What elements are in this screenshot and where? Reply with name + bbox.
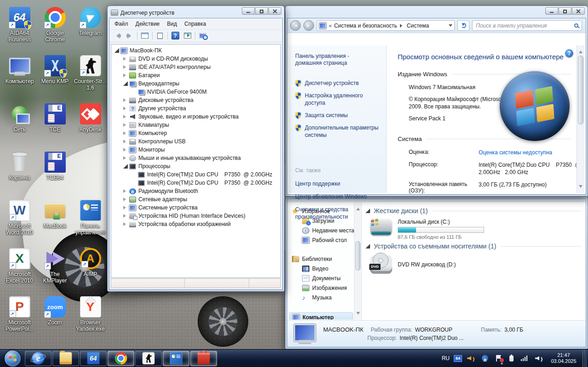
tree-item-sound-devices[interactable]: Звуковые, видео и игровые устройства [111,113,280,121]
tree-item-imaging[interactable]: Устройства обработки изображений [111,220,280,228]
tree-expander[interactable] [122,206,128,209]
clock[interactable]: 21:47 03.04.2025 [549,352,578,364]
start-button[interactable] [5,350,21,367]
address-dropdown-icon[interactable] [449,24,452,28]
scroll-up-icon[interactable] [579,49,582,53]
show-action-pane-button[interactable] [183,31,193,40]
action-center-icon[interactable] [496,355,502,361]
scrollbar-thumb[interactable] [355,241,360,271]
taskbar-button-device-manager[interactable] [190,351,217,366]
tree-expander[interactable] [122,140,128,143]
tree-item-computer[interactable]: Компьютер [111,129,280,137]
close-button[interactable] [572,7,585,15]
tree-expander[interactable] [122,131,128,135]
desktop-icon-aimp[interactable]: AIMP [73,246,108,294]
scroll-down-icon[interactable] [356,312,360,316]
aida64-tray-icon[interactable]: 64 [454,355,462,362]
sidebar-task-remote-access[interactable]: Настройка удаленного доступа [295,92,382,107]
tree-expander[interactable] [122,214,128,218]
sidebar-link[interactable]: Центр поддержки [295,180,376,187]
desktop-icon-computer[interactable]: Компьютер [2,53,37,101]
back-button[interactable] [112,31,122,40]
desktop-icon-excel[interactable]: Microsoft Excel 2010 [2,246,37,294]
refresh-button[interactable] [457,20,469,31]
tree-item-cpu-1[interactable]: Intel(R) Core(TM)2 Duo CPU P7350 @ 2.00G… [111,170,280,179]
tree-item-keyboards[interactable]: Клавиатуры [111,121,280,129]
drive-d-item[interactable]: DVD DVD RW дисковод (D:) [370,255,581,274]
tree-item-network-adapters[interactable]: Сетевые адаптеры [111,195,280,203]
help-button[interactable] [170,31,180,40]
tree-expander[interactable] [114,48,120,53]
tree-expander[interactable] [122,73,128,77]
desktop-icon-chrome[interactable]: Google Chrome [37,5,73,53]
group-expander-icon[interactable] [365,244,370,248]
show-desktop-button[interactable] [582,350,587,367]
taskbar-button-explorer[interactable] [52,351,79,366]
tree-item-monitors[interactable]: Мониторы [111,146,280,154]
properties-button[interactable] [155,31,165,40]
desktop-icon-yandex[interactable]: Browser Yandex.exe [73,294,108,342]
tree-item-system-devices[interactable]: Системные устройства [111,203,280,212]
tree-item-usb-controllers[interactable]: Контроллеры USB [111,137,280,146]
tree-item-video-adapters[interactable]: Видеоадаптеры [111,79,280,88]
tree-expander[interactable] [122,107,128,110]
tree-item-disk-devices[interactable]: Дисковые устройства [111,96,280,104]
desktop-icon-recycle-bin[interactable]: Корзина [2,149,37,198]
tree-expander[interactable] [122,156,128,160]
desktop-icon-telegram[interactable]: Telegram [73,5,108,53]
search-box[interactable]: Поиск в панели управления [472,20,582,31]
tree-expander[interactable] [122,123,128,127]
desktop-icon-zoom[interactable]: Zoom [37,294,73,342]
group-hard-disks[interactable]: Жесткие диски (1) [365,207,581,215]
taskbar-button-system[interactable] [163,351,189,366]
tree-item-macbook-pc[interactable]: MacBook-ПК [111,46,280,55]
maximize-button[interactable] [559,7,571,15]
sidebar-link[interactable]: Центр обновления Windows [295,193,376,200]
tree-item-ide[interactable]: IDE ATA/ATAPI контроллеры [111,63,280,71]
group-removable[interactable]: Устройства со съемными носителями (1) [365,243,581,250]
tree-expander[interactable] [122,164,128,169]
nav-item-desktop[interactable]: Рабочий стол [292,235,354,245]
address-bar[interactable]: « Система и безопасность Система [317,20,455,31]
sidebar-home-link[interactable]: Панель управления - домашняя страница [295,53,382,67]
taskbar-button-cs16[interactable] [135,351,162,366]
desktop-icon-cs16[interactable]: Counter-Str... 1.6 [73,53,108,101]
tree-item-cpu-2[interactable]: Intel(R) Core(TM)2 Duo CPU P7350 @ 2.00G… [111,179,280,187]
sidebar-task-advanced-settings[interactable]: Дополнительные параметры системы [295,124,382,139]
breadcrumb-chevrons[interactable]: « [329,23,332,29]
desktop-icon-anydesk[interactable]: AnyDesk [73,101,108,149]
scan-hardware-button[interactable] [198,31,208,40]
drive-c-item[interactable]: Локальный диск (C:) 87,6 ГБ свободно из … [370,218,581,240]
desktop-icon-word[interactable]: Microsoft Word 2010 [2,198,37,246]
tree-expander[interactable] [122,189,128,193]
desktop-icon-aida64[interactable]: AIDA64 Business [2,5,37,53]
nav-item-pictures[interactable]: Изображения [292,283,354,293]
search-icon[interactable] [574,23,578,28]
desktop-icon-network[interactable]: Сеть [2,101,37,149]
desktop-icon-tce[interactable]: TCE [37,101,73,149]
desktop-icon-tce64[interactable]: TCE64 [37,149,73,198]
desktop-icon-kmplayer[interactable]: The KMPlayer [37,246,73,294]
breadcrumb-system-security[interactable]: Система и безопасность [334,23,397,29]
tree-expander[interactable] [122,148,128,152]
tree-item-nvidia-geforce[interactable]: NVIDIA GeForce 9400M [111,88,280,96]
nav-item-music[interactable]: Музыка [292,293,354,302]
nav-item-video[interactable]: Видео [292,264,354,273]
system-titlebar[interactable] [287,7,586,18]
tree-expander[interactable] [122,198,128,201]
taskbar-button-aida64[interactable] [80,351,107,366]
tree-expander[interactable] [122,98,128,102]
tree-item-batteries[interactable]: Батареи [111,71,280,79]
volume-mixer-icon[interactable] [467,356,474,361]
desktop-icon-macbook-folder[interactable]: MacBook [37,198,73,246]
tree-item-dvd-cdrom[interactable]: DVD и CD-ROM дисководы [111,55,280,63]
forward-button[interactable] [125,31,135,40]
speaker-icon[interactable] [535,356,542,361]
breadcrumb-system[interactable]: Система [407,23,429,29]
bluetooth-icon[interactable] [482,355,488,361]
minimize-button[interactable] [545,7,558,15]
taskbar-button-chrome[interactable] [108,351,134,366]
desktop-icon-powerpoint[interactable]: Microsoft PowerPoi... [2,294,37,342]
tree-item-other-devices[interactable]: Другие устройства [111,104,280,113]
menu-item[interactable]: Справка [181,20,209,28]
